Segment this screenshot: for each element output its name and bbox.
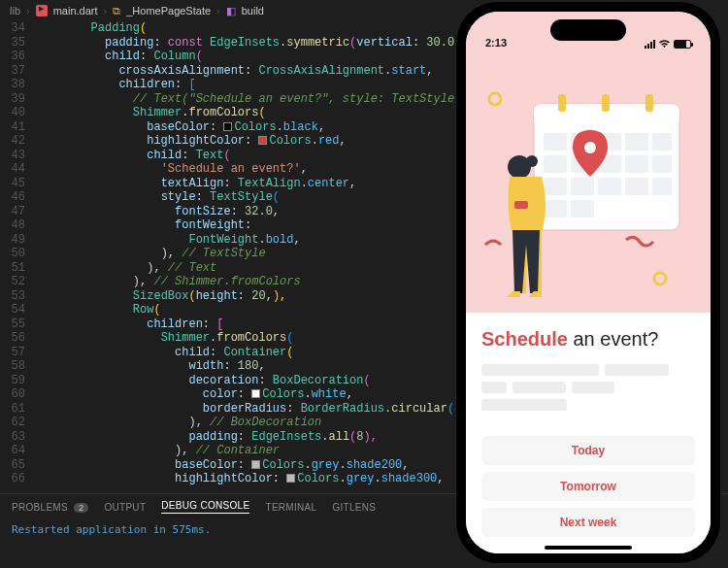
dart-file-icon: [36, 5, 48, 17]
schedule-button[interactable]: Next week: [481, 508, 695, 537]
line-number: 45: [0, 177, 25, 191]
line-number: 46: [0, 190, 25, 205]
svg-rect-15: [625, 155, 648, 173]
signal-icon: [645, 40, 655, 49]
line-number: 55: [0, 317, 25, 332]
svg-rect-4: [558, 94, 566, 112]
shimmer-placeholder: [481, 364, 695, 417]
breadcrumb-sep-icon: ›: [104, 5, 108, 17]
line-number: 47: [0, 205, 25, 219]
line-number: 64: [0, 444, 25, 458]
clock-label: 2:13: [485, 37, 507, 49]
line-number: 52: [0, 275, 25, 289]
svg-rect-19: [598, 178, 621, 195]
svg-rect-5: [602, 94, 610, 112]
wifi-icon: [658, 39, 671, 49]
line-number: 40: [0, 106, 25, 120]
line-number: 60: [0, 387, 25, 402]
class-label[interactable]: _HomePageState: [126, 5, 211, 17]
line-number: 41: [0, 120, 25, 135]
line-number: 65: [0, 458, 25, 473]
line-number: 53: [0, 289, 25, 304]
line-number: 54: [0, 303, 25, 317]
tab-output[interactable]: OUTPUT: [104, 502, 146, 513]
battery-icon: [674, 40, 691, 49]
line-number: 56: [0, 331, 25, 346]
tab-problems-label: PROBLEMS: [12, 502, 68, 513]
line-number: 66: [0, 472, 25, 486]
line-number: 42: [0, 134, 25, 149]
home-indicator: [545, 546, 632, 550]
line-number: 36: [0, 50, 25, 64]
dynamic-island: [550, 19, 626, 41]
breadcrumb-sep-icon: ›: [26, 5, 30, 17]
svg-rect-23: [571, 200, 594, 217]
line-number: 61: [0, 402, 25, 417]
app-content: Schedule an event? TodayTomorrowNext wee…: [466, 313, 711, 553]
method-symbol-icon: ◧: [226, 5, 236, 17]
button-list: TodayTomorrowNext week: [481, 436, 695, 544]
svg-rect-21: [652, 178, 672, 195]
line-number: 63: [0, 430, 25, 445]
svg-rect-7: [544, 133, 567, 150]
problems-count-badge: 2: [74, 503, 88, 513]
svg-rect-17: [544, 178, 567, 195]
svg-rect-6: [645, 94, 653, 112]
line-number: 50: [0, 247, 25, 261]
line-number: 51: [0, 261, 25, 276]
folder-label[interactable]: lib: [10, 5, 20, 17]
svg-rect-27: [514, 201, 528, 209]
line-number: 35: [0, 36, 25, 50]
schedule-button[interactable]: Today: [481, 436, 695, 465]
heading-rest: an event?: [568, 328, 658, 350]
line-number: 49: [0, 233, 25, 248]
line-number: 62: [0, 416, 25, 430]
line-number: 59: [0, 374, 25, 388]
svg-rect-22: [544, 200, 567, 217]
line-number: 48: [0, 218, 25, 233]
svg-rect-16: [652, 155, 672, 173]
svg-point-0: [489, 93, 501, 105]
line-number: 38: [0, 78, 25, 92]
ios-simulator-frame: 2:13: [456, 2, 720, 563]
line-number: 39: [0, 92, 25, 107]
tab-terminal[interactable]: TERMINAL: [265, 502, 316, 513]
svg-rect-18: [571, 178, 594, 195]
svg-point-24: [584, 142, 596, 153]
line-number: 37: [0, 64, 25, 79]
svg-point-26: [526, 155, 538, 167]
tab-problems[interactable]: PROBLEMS 2: [12, 502, 88, 513]
tab-gitlens[interactable]: GITLENS: [332, 502, 376, 513]
line-number-gutter: 3435363738394041424344454647484950515253…: [0, 21, 35, 493]
method-label[interactable]: build: [242, 5, 264, 17]
hero-illustration: [466, 50, 711, 313]
svg-rect-11: [652, 133, 672, 150]
line-number: 57: [0, 346, 25, 360]
svg-rect-12: [544, 155, 567, 173]
file-label[interactable]: main.dart: [53, 5, 98, 17]
line-number: 34: [0, 21, 25, 36]
schedule-button[interactable]: Tomorrow: [481, 472, 695, 501]
svg-rect-20: [625, 178, 648, 195]
breadcrumb-sep-icon: ›: [216, 5, 220, 17]
tab-debug-console[interactable]: DEBUG CONSOLE: [161, 500, 249, 514]
line-number: 44: [0, 162, 25, 177]
phone-screen: 2:13: [466, 12, 711, 553]
class-symbol-icon: ⧉: [113, 5, 120, 17]
heading-strong: Schedule: [481, 328, 568, 350]
schedule-heading: Schedule an event?: [481, 328, 695, 351]
line-number: 43: [0, 149, 25, 163]
svg-rect-10: [625, 133, 648, 150]
svg-point-1: [654, 273, 666, 284]
line-number: 58: [0, 359, 25, 374]
